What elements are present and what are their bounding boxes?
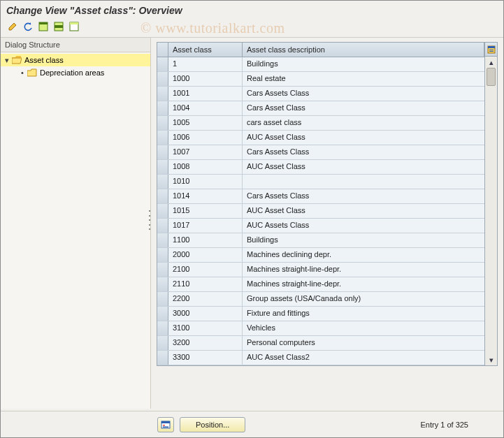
undo-button[interactable] <box>22 20 34 33</box>
row-selector[interactable] <box>157 292 168 306</box>
cell-asset-class[interactable]: 2100 <box>168 263 243 277</box>
table-row[interactable]: 1006AUC Asset Class <box>157 131 484 145</box>
scroll-up-button[interactable]: ▴ <box>485 57 497 68</box>
select-block-button[interactable] <box>52 20 65 33</box>
row-selector-header[interactable] <box>157 43 168 57</box>
cell-asset-class[interactable]: 1008 <box>168 160 243 174</box>
cell-description[interactable]: AUC Asset Class2 <box>243 351 484 365</box>
row-selector[interactable] <box>157 351 168 365</box>
cell-description[interactable]: Buildings <box>243 57 484 71</box>
cell-asset-class[interactable]: 1001 <box>168 87 243 101</box>
cell-asset-class[interactable]: 1100 <box>168 233 243 247</box>
cell-description[interactable]: cars asset class <box>243 116 484 130</box>
row-selector[interactable] <box>157 219 168 233</box>
table-row[interactable]: 1014Cars Assets Class <box>157 189 484 204</box>
cell-asset-class[interactable]: 3000 <box>168 307 243 321</box>
vertical-scrollbar[interactable]: ▴ ▾ <box>484 43 497 365</box>
cell-description[interactable]: Machines straight-line-depr. <box>243 277 484 291</box>
table-row[interactable]: 1Buildings <box>157 57 484 72</box>
cell-asset-class[interactable]: 1004 <box>168 101 243 115</box>
cell-asset-class[interactable]: 2200 <box>168 292 243 306</box>
table-settings-button[interactable] <box>485 43 497 57</box>
cell-asset-class[interactable]: 1000 <box>168 72 243 86</box>
table-row[interactable]: 2110Machines straight-line-depr. <box>157 277 484 292</box>
row-selector[interactable] <box>157 263 168 277</box>
position-icon-button[interactable] <box>157 417 174 432</box>
cell-description[interactable]: Cars Assets Class <box>243 145 484 159</box>
cell-asset-class[interactable]: 1 <box>168 57 243 71</box>
cell-asset-class[interactable]: 1017 <box>168 219 243 233</box>
table-row[interactable]: 1007Cars Assets Class <box>157 145 484 160</box>
table-row[interactable]: 1010 <box>157 175 484 189</box>
cell-asset-class[interactable]: 1010 <box>168 175 243 189</box>
row-selector[interactable] <box>157 101 168 115</box>
cell-description[interactable]: Group assets (USA/Canada only) <box>243 292 484 306</box>
cell-description[interactable] <box>243 175 484 189</box>
tree-node-asset-class[interactable]: ▾ Asset class <box>1 54 150 66</box>
row-selector[interactable] <box>157 277 168 291</box>
table-row[interactable]: 1008AUC Asset Class <box>157 160 484 175</box>
row-selector[interactable] <box>157 233 168 247</box>
row-selector[interactable] <box>157 204 168 218</box>
table-row[interactable]: 1015AUC Asset Class <box>157 204 484 219</box>
row-selector[interactable] <box>157 145 168 159</box>
table-row[interactable]: 3300AUC Asset Class2 <box>157 351 484 365</box>
cell-description[interactable]: Machines straight-line-depr. <box>243 263 484 277</box>
row-selector[interactable] <box>157 307 168 321</box>
row-selector[interactable] <box>157 57 168 71</box>
scroll-down-button[interactable]: ▾ <box>485 354 497 365</box>
cell-asset-class[interactable]: 3200 <box>168 336 243 350</box>
expand-toggle-icon[interactable]: ▾ <box>3 56 10 65</box>
cell-description[interactable]: Fixture and fittings <box>243 307 484 321</box>
cell-asset-class[interactable]: 2000 <box>168 248 243 262</box>
cell-asset-class[interactable]: 1014 <box>168 189 243 203</box>
scroll-thumb[interactable] <box>487 68 496 86</box>
deselect-all-button[interactable] <box>68 20 80 33</box>
table-row[interactable]: 1000Real estate <box>157 72 484 87</box>
cell-description[interactable]: Vehicles <box>243 321 484 335</box>
row-selector[interactable] <box>157 189 168 203</box>
cell-description[interactable]: Cars Assets Class <box>243 87 484 101</box>
cell-asset-class[interactable]: 1006 <box>168 131 243 145</box>
table-row[interactable]: 2000Machines declining depr. <box>157 248 484 263</box>
column-header-description[interactable]: Asset class description <box>243 43 484 57</box>
cell-description[interactable]: AUC Asset Class <box>243 204 484 218</box>
tree-node-depreciation-areas[interactable]: • Depreciation areas <box>1 66 150 79</box>
cell-description[interactable]: Cars Assets Class <box>243 189 484 203</box>
cell-description[interactable]: Buildings <box>243 233 484 247</box>
scroll-track[interactable] <box>485 68 497 354</box>
table-row[interactable]: 1017AUC Assets Class <box>157 219 484 233</box>
cell-description[interactable]: AUC Asset Class <box>243 131 484 145</box>
table-row[interactable]: 2100Machines straight-line-depr. <box>157 263 484 277</box>
cell-asset-class[interactable]: 2110 <box>168 277 243 291</box>
cell-description[interactable]: Cars Asset Class <box>243 101 484 115</box>
cell-description[interactable]: Machines declining depr. <box>243 248 484 262</box>
cell-asset-class[interactable]: 1005 <box>168 116 243 130</box>
table-row[interactable]: 3200Personal computers <box>157 336 484 351</box>
cell-description[interactable]: Real estate <box>243 72 484 86</box>
position-button[interactable]: Position... <box>180 417 245 432</box>
row-selector[interactable] <box>157 72 168 86</box>
cell-description[interactable]: AUC Asset Class <box>243 160 484 174</box>
table-row[interactable]: 1004Cars Asset Class <box>157 101 484 116</box>
cell-asset-class[interactable]: 1007 <box>168 145 243 159</box>
select-all-button[interactable] <box>37 20 50 33</box>
row-selector[interactable] <box>157 321 168 335</box>
table-row[interactable]: 1100Buildings <box>157 233 484 248</box>
row-selector[interactable] <box>157 248 168 262</box>
cell-asset-class[interactable]: 1015 <box>168 204 243 218</box>
cell-asset-class[interactable]: 3100 <box>168 321 243 335</box>
toggle-change-button[interactable] <box>6 20 19 33</box>
cell-description[interactable]: Personal computers <box>243 336 484 350</box>
row-selector[interactable] <box>157 87 168 101</box>
column-header-asset-class[interactable]: Asset class <box>168 43 243 57</box>
row-selector[interactable] <box>157 131 168 145</box>
table-row[interactable]: 3100Vehicles <box>157 321 484 336</box>
cell-description[interactable]: AUC Assets Class <box>243 219 484 233</box>
row-selector[interactable] <box>157 336 168 350</box>
table-row[interactable]: 1001Cars Assets Class <box>157 87 484 101</box>
cell-asset-class[interactable]: 3300 <box>168 351 243 365</box>
table-row[interactable]: 3000Fixture and fittings <box>157 307 484 321</box>
row-selector[interactable] <box>157 116 168 130</box>
row-selector[interactable] <box>157 175 168 189</box>
